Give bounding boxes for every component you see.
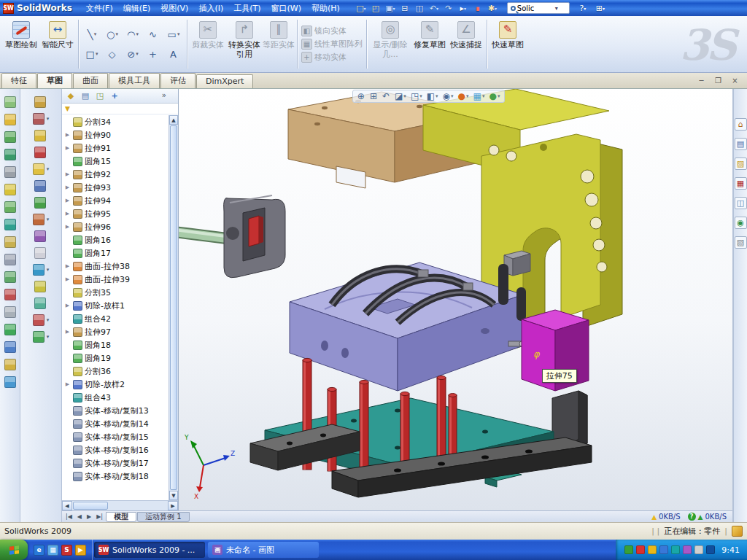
tray-icon[interactable] [694,545,703,554]
left-toolbar-button[interactable] [34,96,48,108]
expand-arrow-icon[interactable]: ▶ [64,171,71,177]
left-toolbar-icon[interactable] [4,324,16,335]
left-toolbar-button[interactable]: ▾ [33,214,50,225]
quick-launch-icon[interactable]: ▶ [75,545,86,556]
left-toolbar-button[interactable] [34,230,48,242]
toolbar-icon[interactable]: ◰ [368,1,383,15]
sketch-tool-button[interactable]: A [164,44,183,63]
quick-tips-icon[interactable] [732,526,743,537]
doc-minimize-button[interactable]: ─ [695,75,708,86]
feature-tree-item[interactable]: 实体-移动/复制16 [62,443,178,456]
left-toolbar-button[interactable]: ▾ [33,314,50,326]
menu-item[interactable]: 工具(T) [228,1,266,15]
left-toolbar-button[interactable] [34,130,48,141]
exploded-assembly-scene[interactable]: φ [179,89,732,510]
expand-arrow-icon[interactable]: ▶ [64,224,71,230]
menu-item[interactable]: 视图(V) [155,1,193,15]
feature-tree-item[interactable]: 分割34 [62,115,178,128]
toolbar-icon[interactable]: ?▾ [576,1,590,15]
search-box[interactable]: ▾ [507,2,570,14]
task-pane-icon[interactable]: ▨ [735,158,747,170]
convert-entities-button[interactable]: ↱ 转换实体引用 [226,18,263,71]
feature-tree-item[interactable]: ▶ 切除-放样1 [62,299,178,312]
tray-icon[interactable] [648,545,657,554]
feature-tree-item[interactable]: 圆角19 [62,351,178,365]
filter-funnel-icon[interactable]: ▼ [65,105,70,112]
expand-arrow-icon[interactable]: ▶ [64,145,71,151]
left-toolbar-icon[interactable] [4,289,16,300]
expand-arrow-icon[interactable]: ▶ [64,132,71,138]
feature-tree-item[interactable]: ▶ 拉伸93 [62,181,178,194]
feature-tree-item[interactable]: 实体-移动/复制14 [62,417,178,430]
view-tool-icon[interactable]: ●▾ [457,91,471,101]
toolbar-icon[interactable]: □▾ [354,1,368,15]
left-toolbar-button[interactable] [34,298,48,309]
feature-tree-item[interactable]: ▶ 拉伸90 [62,128,178,141]
feature-tree-item[interactable]: 圆角16 [62,233,178,246]
left-toolbar-icon[interactable] [4,201,16,213]
toolbar-icon[interactable]: ◫ [412,1,427,15]
feature-manager-tab-icon[interactable]: + [109,90,120,101]
panel-chevron-icon[interactable]: » [162,91,166,99]
taskbar-task-paint[interactable]: 画 未命名 - 画图 [208,542,319,558]
task-pane-icon[interactable]: ▦ [735,177,747,190]
expand-arrow-icon[interactable]: ▶ [64,329,71,335]
scroll-thumb[interactable] [170,125,177,490]
scroll-right-icon[interactable]: ▶ [168,501,178,510]
trim-entities-button[interactable]: ✂ 剪裁实体 [190,18,226,71]
left-toolbar-button[interactable] [34,197,48,209]
quick-launch-icon[interactable]: e [34,545,44,556]
tree-vertical-scrollbar[interactable]: ▲ ▼ [169,115,178,500]
left-toolbar-button[interactable] [34,147,48,158]
toolbar-icon[interactable]: ∎ [471,1,485,15]
tab-surfaces[interactable]: 曲面 [73,73,108,88]
view-tool-icon[interactable]: ▦▾ [472,91,487,101]
expand-arrow-icon[interactable]: ▶ [64,303,71,308]
feature-tree-item[interactable]: ▶ 拉伸96 [62,220,178,233]
tab-scroll-last-icon[interactable]: ▶| [94,513,105,520]
tray-icon[interactable] [683,545,692,554]
view-tool-icon[interactable]: ◧▾ [425,91,440,101]
feature-tree-item[interactable]: 分割35 [62,286,178,299]
left-toolbar-icon[interactable] [4,149,16,160]
view-tool-icon[interactable]: ●▾ [487,91,501,101]
expand-arrow-icon[interactable]: ▶ [64,276,71,282]
task-pane-icon[interactable]: ◉ [735,217,747,229]
expand-arrow-icon[interactable]: ▶ [64,184,71,190]
linear-pattern-button[interactable]: ▦ 线性草图阵列 [301,39,363,50]
left-toolbar-button[interactable]: ▾ [33,331,50,343]
feature-tree-item[interactable]: ▶ 切除-放样2 [62,378,178,391]
mirror-entities-button[interactable]: ◧ 镜向实体 [301,26,363,36]
repair-sketch-button[interactable]: ✎ 修复草图 [411,18,448,71]
tray-icon[interactable] [659,545,668,554]
motion-study-tab[interactable]: 运动算例 1 [137,512,190,522]
tab-scroll-prev-icon[interactable]: ◀ [75,513,84,520]
left-toolbar-button[interactable] [34,281,48,292]
part-gray-clamp[interactable] [223,195,285,278]
tab-sketch[interactable]: 草图 [37,73,72,88]
feature-tree-item[interactable]: 分割36 [62,365,178,378]
sketch-button[interactable]: 草图绘制 [3,18,39,71]
menu-item[interactable]: 编辑(E) [118,1,156,15]
left-toolbar-icon[interactable] [4,254,16,265]
left-toolbar-icon[interactable] [4,219,16,230]
left-toolbar-icon[interactable] [4,341,16,353]
sketch-tool-button[interactable]: ○▾ [103,25,122,44]
model-tab[interactable]: 模型 [106,512,136,522]
feature-manager-tab-icon[interactable]: ◳ [94,90,106,101]
left-toolbar-icon[interactable] [4,376,16,388]
tray-icon[interactable] [636,545,645,554]
left-toolbar-button[interactable] [34,180,48,192]
tab-scroll-first-icon[interactable]: |◀ [63,513,74,520]
scroll-down-icon[interactable]: ▼ [169,491,178,500]
menu-item[interactable]: 文件(F) [81,1,118,15]
taskbar-task-solidworks[interactable]: SW SolidWorks 2009 - ... [94,542,205,558]
feature-tree-item[interactable]: ▶ 拉伸95 [62,207,178,220]
feature-tree-item[interactable]: ▶ 拉伸92 [62,168,178,181]
start-button[interactable] [0,540,28,560]
question-icon[interactable]: ? [688,513,696,521]
quick-launch-icon[interactable]: S [61,545,72,556]
sketch-tool-button[interactable]: ◠▾ [123,25,142,44]
quick-snaps-button[interactable]: ∠ 快速捕捉 [448,18,484,71]
tray-icon[interactable] [624,545,633,554]
